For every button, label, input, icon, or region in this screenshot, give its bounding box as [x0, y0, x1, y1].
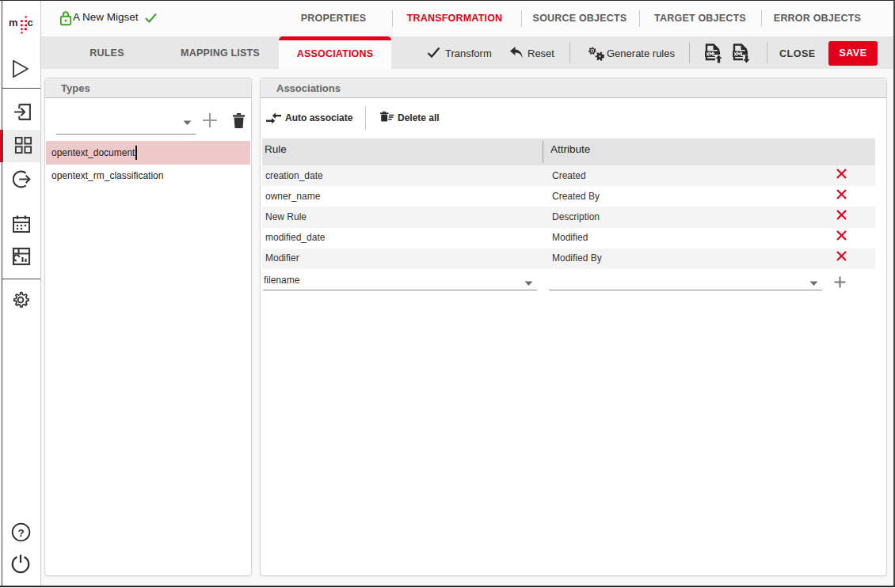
svg-text:?: ?: [17, 526, 24, 538]
